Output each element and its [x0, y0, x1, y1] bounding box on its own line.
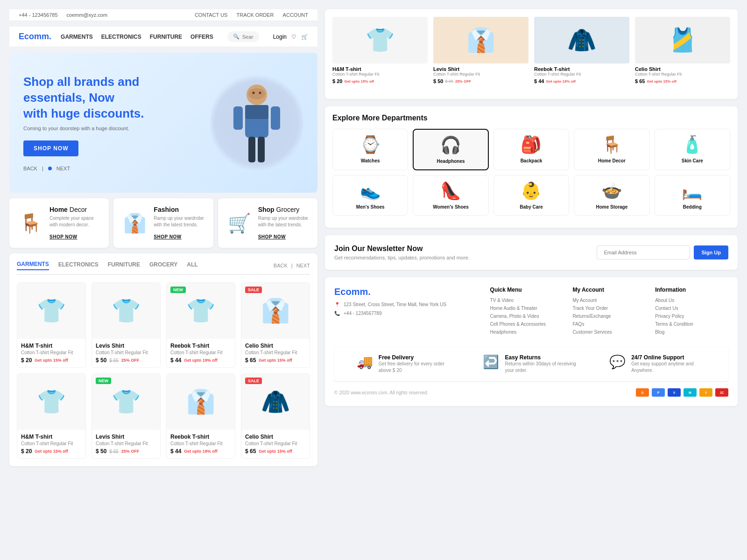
svg-rect-5 [271, 106, 280, 130]
privacy-policy-link[interactable]: Privacy Policy [655, 314, 728, 319]
search-bar[interactable]: 🔍 [227, 31, 259, 42]
quick-menu-tv[interactable]: TV & Video [490, 298, 564, 303]
category-grocery[interactable]: 🛒 Shop Grocery Ramp up your wardrobe wit… [218, 198, 317, 248]
product-price-4: $ 65 Get upto 15% off [245, 357, 306, 364]
quick-menu-headphones[interactable]: Headphones [490, 329, 564, 335]
footer: Ecomm. 📍 123 Street, Cross Street, Time … [325, 277, 738, 406]
svg-rect-3 [245, 105, 268, 119]
nav-garments[interactable]: GARMENTS [61, 34, 93, 40]
product-card-6[interactable]: NEW 👕 Levis Shirt Cotton T-shirt Regular… [92, 373, 161, 459]
nav-electronics[interactable]: ELECTRONICS [101, 34, 141, 40]
top-prod-1[interactable]: 👕 H&M T-shirt Cotton T-shirt Regular Fit… [332, 17, 428, 84]
login-link[interactable]: Login [273, 34, 287, 40]
grocery-cta[interactable]: SHOP NOW [258, 234, 286, 239]
contact-us-footer-link[interactable]: Contact Us [655, 306, 728, 311]
dept-backpack[interactable]: 🎒 Backpack [493, 129, 569, 170]
tab-furniture[interactable]: FURNITURE [108, 261, 140, 270]
dept-home-decor[interactable]: 🪑 Home Decor [574, 129, 649, 170]
nav-offers[interactable]: OFFERS [190, 34, 213, 40]
account-link[interactable]: ACCOUNT [283, 12, 308, 18]
product-name-3: Reebok T-shirt [170, 343, 231, 349]
dept-bedding[interactable]: 🛏️ Bedding [655, 175, 730, 216]
wishlist-icon[interactable]: ♡ [291, 34, 296, 40]
phone-icon: 📞 [334, 311, 340, 316]
top-bar-left: +44 - 123456785 coemm@xyz.com [19, 12, 115, 18]
product-card-5[interactable]: 👕 H&M T-shirt Cotton T-shirt Regular Fit… [17, 373, 86, 459]
category-fashion[interactable]: 👔 Fashion Ramp up your wardrobe with the… [113, 198, 213, 248]
fashion-cta[interactable]: SHOP NOW [154, 234, 181, 239]
cart-icon[interactable]: 🛒 [301, 34, 308, 40]
dept-womens-shoes[interactable]: 👠 Women's Shoes [413, 175, 488, 216]
hero-next-btn[interactable]: NEXT [56, 166, 70, 171]
tab-all[interactable]: ALL [187, 261, 197, 270]
returns-link[interactable]: Returns/Exchange [572, 314, 646, 319]
footer-quick-menu: Quick Menu TV & Video Home Audio & Theat… [490, 287, 564, 337]
email-address: coemm@xyz.com [67, 12, 108, 18]
grocery-text: Shop Grocery Ramp up your wardrobe with … [258, 206, 310, 240]
track-order-link[interactable]: TRACK ORDER [236, 12, 274, 18]
quick-menu-audio[interactable]: Home Audio & Theater [490, 306, 564, 311]
tab-electronics[interactable]: ELECTRONICS [58, 261, 99, 270]
product-card-1[interactable]: 👕 H&M T-shirt Cotton T-shirt Regular Fit… [17, 282, 86, 368]
quick-menu-list: TV & Video Home Audio & Theater Camera, … [490, 298, 564, 335]
tab-garments[interactable]: GARMENTS [17, 261, 49, 270]
home-decor-title: Home Decor [49, 206, 101, 213]
product-fit-3: Cotton T-shirt Regular Fit [170, 350, 231, 355]
top-prod-4[interactable]: 🎽 Celio Shirt Cotton T-shirt Regular Fit… [635, 17, 730, 84]
quick-menu-camera[interactable]: Camera, Photo & Video [490, 314, 564, 319]
explore-title: Explore More Departments [332, 114, 730, 122]
newsletter-signup-button[interactable]: Sign Up [694, 245, 728, 259]
contact-link[interactable]: CONTACT US [195, 12, 228, 18]
top-prod-2[interactable]: 👔 Levis Shirt Cotton T-shirt Regular Fit… [433, 17, 529, 84]
dept-mens-shoes[interactable]: 👟 Men's Shoes [332, 175, 408, 216]
category-home-decor[interactable]: 🪑 Home Decor Complete your space with mo… [9, 198, 109, 248]
product-card-4[interactable]: SALE 👔 Celio Shirt Cotton T-shirt Regula… [241, 282, 310, 368]
product-card-3[interactable]: NEW 👕 Reebok T-shirt Cotton T-shirt Regu… [166, 282, 235, 368]
my-account-link[interactable]: My Account [572, 298, 646, 303]
product-fit-6: Cotton T-shirt Regular Fit [96, 441, 156, 446]
track-order-footer-link[interactable]: Track Your Order [572, 306, 646, 311]
newsletter-email-input[interactable] [597, 245, 690, 259]
womens-shoes-label: Women's Shoes [433, 204, 469, 210]
top-prod-3[interactable]: 🧥 Reebok T-shirt Cotton T-shirt Regular … [534, 17, 629, 84]
support-icon: 💬 [609, 354, 626, 370]
dept-skin-care[interactable]: 🧴 Skin Care [655, 129, 730, 170]
copyright-text: © 2020 www.ecomm.com. All rights reserve… [334, 390, 428, 395]
product-card-8[interactable]: SALE 🧥 Celio Shirt Cotton T-shirt Regula… [241, 373, 310, 459]
tab-grocery[interactable]: GROCERY [149, 261, 177, 270]
blog-link[interactable]: Blog [655, 329, 728, 335]
newsletter-form: Sign Up [597, 245, 728, 259]
payment-visa: V [668, 388, 681, 397]
logo[interactable]: Ecomm. [19, 32, 51, 42]
top-prod-info-4: Celio Shirt Cotton T-shirt Regular Fit $… [635, 63, 730, 84]
header-icons: Login ♡ 🛒 [273, 34, 308, 40]
footer-information: Information About Us Contact Us Privacy … [655, 287, 728, 337]
explore-section: Explore More Departments ⌚ Watches 🎧 Hea… [325, 106, 738, 228]
shop-now-button[interactable]: SHOP NOW [23, 140, 78, 156]
dept-home-storage[interactable]: 🍲 Home Storage [574, 175, 649, 216]
newsletter-section: Join Our Newsletter Now Get recommendati… [325, 235, 738, 270]
svg-rect-7 [258, 137, 265, 162]
hero-back-btn[interactable]: BACK [23, 166, 37, 171]
top-prod-img-4: 🎽 [635, 17, 730, 63]
footer-logo[interactable]: Ecomm. [334, 287, 481, 297]
products-back-btn[interactable]: BACK [274, 263, 288, 268]
about-us-link[interactable]: About Us [655, 298, 728, 303]
dept-watches[interactable]: ⌚ Watches [332, 129, 408, 170]
faqs-link[interactable]: FAQs [572, 322, 646, 327]
terms-link[interactable]: Terms & Condition [655, 322, 728, 327]
fashion-desc: Ramp up your wardrobe with the latest tr… [154, 215, 205, 228]
dept-headphones[interactable]: 🎧 Headphones [413, 129, 488, 170]
home-decor-cta[interactable]: SHOP NOW [49, 234, 77, 239]
product-img-5: 👕 [17, 374, 85, 430]
customer-services-link[interactable]: Customer Services [572, 329, 646, 335]
product-card-2[interactable]: 👕 Levis Shirt Cotton T-shirt Regular Fit… [92, 282, 161, 368]
nav-furniture[interactable]: FURNITURE [150, 34, 182, 40]
search-input[interactable] [242, 34, 254, 40]
payment-mastercard: M [684, 388, 697, 397]
quick-menu-phones[interactable]: Cell Phones & Accessories [490, 322, 564, 327]
product-card-7[interactable]: 👔 Reebok T-shirt Cotton T-shirt Regular … [166, 373, 235, 459]
home-decor-icon: 🪑 [17, 212, 45, 234]
products-next-btn[interactable]: NEXT [296, 263, 310, 268]
dept-baby-care[interactable]: 👶 Baby Care [493, 175, 569, 216]
